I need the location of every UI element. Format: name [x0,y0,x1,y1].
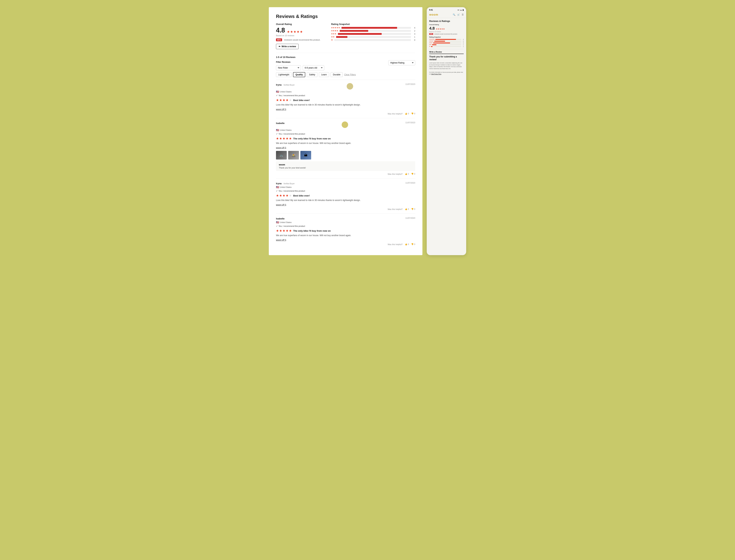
mobile-recommend-text: reviewers would recommend this product. [434,33,458,35]
mobile-icons: ▪▪▪ ▲ ▮ [457,9,464,11]
snapshot-row-5: ★★★★★ 4 [331,27,415,29]
recommend-check-3: ✓ Yes, I recommend this product [276,190,415,192]
filter-tag-lightweight[interactable]: Lightweight [276,72,292,77]
helpful-label-3: Was this helpful? [388,208,402,210]
review-images-2: 🚲 🚵 🏔 [276,151,415,160]
review-image-1[interactable]: 🚲 [276,151,287,160]
mobile-write-review-title[interactable]: Write a Review [429,51,464,54]
mobile-snap-fill-3 [433,43,450,43]
helpful-no-4[interactable]: 👎 0 [411,243,415,245]
filter-tag-durable[interactable]: Durable [331,72,343,77]
filter-label: Filter Reviews [276,61,291,63]
rating-stars: ★ ★ ★ ★ ★ [287,30,303,34]
verified-badge-3: Verified Buyer [284,183,295,185]
review-stars-1: ★ ★ ★ ★ ★ [276,98,292,102]
sort-select[interactable]: Highest Rating Lowest Rating Most Recent [388,60,415,65]
avatar-1 [347,83,353,90]
flag-3: 🇺🇸 [276,186,279,189]
mobile-snap-row-1: ★ 1 [429,46,464,47]
mobile-privacy-text: For further information on how we proces… [429,71,464,75]
clear-filters-button[interactable]: Clear Filters [344,73,356,76]
filter-section: 1-5 of 10 Reviews Filter Reviews Highest… [276,56,415,77]
review-header-left-2: Isabelle [276,121,285,125]
snap-stars-4: ★★★★ [331,30,338,32]
helpful-no-1[interactable]: 👎 0 [411,113,415,115]
helpful-row-2: Was this helpful? 👍 0 👎 0 [276,173,415,175]
mobile-status-bar: 9:41 ▪▪▪ ▲ ▮ [427,7,466,12]
helpful-yes-3[interactable]: 👍 0 [405,208,409,210]
review-body-4: We are true superfans of woom in our hou… [276,234,415,237]
mobile-privacy-link[interactable]: Data Privacy Policy [431,73,441,75]
mobile-nav-icons: 🔍 🛒 ☰ [453,13,464,16]
mobile-snap-bar-3 [433,43,461,43]
review-title-1: Best bike ever! [293,99,310,102]
review-stars-title-4: ★ ★ ★ ★ ★ The only bike I'll buy from no… [276,229,415,233]
snap-bar-fill-5 [341,27,397,29]
snap-stars-1: ★ [331,39,333,41]
review-image-2[interactable]: 🚵 [288,151,299,160]
flag-4: 🇺🇸 [276,221,279,224]
filter-tag-learn[interactable]: Learn [319,72,329,77]
review-body-3: Love this bike! My son learned to ride i… [276,199,415,202]
review-header-left-4: Isabelle [276,217,285,220]
brand-name-2: woom [279,163,412,166]
mobile-cart-icon[interactable]: 🛒 [457,13,460,16]
product-link-1[interactable]: woom UP 5 [276,108,286,110]
snap-count-1: 0 [412,39,415,41]
reviewer-country-3: 🇺🇸 United States [276,186,415,189]
snapshot-row-4: ★★★★ 2 [331,30,415,32]
snapshot-row-1: ★ 0 [331,39,415,41]
check-icon-3: ✓ [276,190,278,192]
recommend-check-4: ✓ Yes, I recommend this product [276,225,415,227]
mobile-lorem-text: Lorem ipsum dolor sit amet, consectetur … [429,62,464,70]
divider-1 [276,53,415,53]
helpful-label-4: Was this helpful? [388,243,402,245]
overall-rating-label: Overall Rating [276,23,320,25]
helpful-no-3[interactable]: 👎 0 [411,208,415,210]
product-link-3[interactable]: woom UP 5 [276,204,286,206]
review-stars-2: ★ ★ ★ ★ ★ [276,137,292,140]
review-body-2: We are true superfans of woom in our hou… [276,142,415,145]
reviewer-name-2: Isabelle [276,122,285,125]
review-header-3: Iryna Verified Buyer 11/07/2023 [276,182,415,185]
filter-tags-row: Lightweight Quality Safety Learn Durable… [276,72,415,77]
helpful-no-2[interactable]: 👎 0 [411,173,415,175]
reviewer-name-4: Isabelle [276,217,285,220]
helpful-yes-1[interactable]: 👍 0 [405,113,409,115]
product-link-4[interactable]: woom UP 5 [276,239,286,241]
mobile-snap-fill-4 [434,41,445,42]
mobile-content: Reviews & Ratings Overall Rating 4.8 ★★★… [427,18,466,77]
recommend-text: reviewers would recommend this product. [284,39,320,41]
review-header-left-3: Iryna Verified Buyer [276,182,295,185]
product-link-2[interactable]: woom UP 5 [276,147,286,149]
review-image-3[interactable]: 🏔 [300,151,311,160]
helpful-yes-4[interactable]: 👍 0 [405,243,409,245]
filter-tag-quality[interactable]: Quality [293,72,305,77]
filter-age-range[interactable]: 6-8 years old 4-6 years old 8-10 years o… [303,65,324,70]
mobile-snap-row-2: ★★ 1 [429,44,464,45]
mobile-menu-icon[interactable]: ☰ [462,13,464,16]
country-3: United States [280,186,292,188]
mobile-search-icon[interactable]: 🔍 [453,13,455,16]
overall-rating-section: Overall Rating 4.8 ★ ★ ★ ★ ★ Based on 10… [276,23,415,49]
mobile-snap-count-3: 3 [462,42,464,44]
helpful-label-2: Was this helpful? [388,173,402,175]
recommend-text-3: Yes, I recommend this product [278,190,305,192]
recommend-text-4: Yes, I recommend this product [278,225,305,227]
helpful-row-1: Was this helpful? 👍 0 👎 0 [276,113,415,115]
filter-rider-type[interactable]: New Rider Experienced Rider [276,65,301,70]
write-review-button[interactable]: ✏ Write a review [276,44,299,49]
reviewer-info-3: Iryna Verified Buyer [276,182,295,185]
helpful-yes-2[interactable]: 👍 0 [405,173,409,175]
filter-tag-safety[interactable]: Safety [307,72,317,77]
review-stars-title-1: ★ ★ ★ ★ ★ Best bike ever! [276,98,415,102]
mobile-snap-stars-4: ★★★★ [429,40,434,42]
rating-display: 4.8 ★ ★ ★ ★ ★ Based on 10 reviews [276,27,320,37]
review-card-4: Isabelle 11/07/2023 🇺🇸 United States ✓ Y… [276,214,415,249]
mobile-snap-count-5: 4 [462,39,464,40]
snapshot-row-2: ★★ 1 [331,36,415,38]
woom-logo[interactable]: woom [429,13,438,16]
write-review-label: Write a review [282,45,296,48]
helpful-row-3: Was this helpful? 👍 0 👎 0 [276,208,415,210]
review-header-4: Isabelle 11/07/2023 [276,217,415,220]
